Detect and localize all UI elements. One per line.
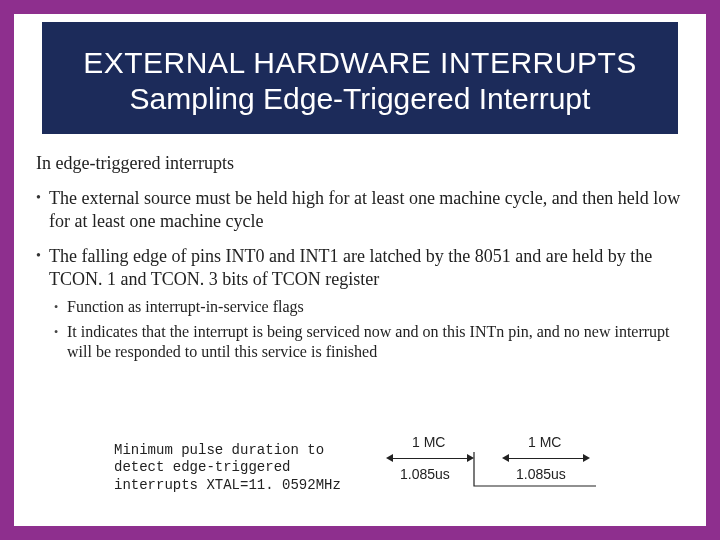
- subbullet-2: • It indicates that the interrupt is bei…: [54, 322, 684, 363]
- subbullet-dot-icon: •: [54, 322, 67, 363]
- timing-diagram: Minimum pulse duration to detect edge-tr…: [114, 434, 684, 502]
- bullet-2-text: The falling edge of pins INT0 and INT1 a…: [49, 245, 684, 291]
- subbullet-1: • Function as interrupt-in-service flags: [54, 297, 684, 317]
- title-line-2: Sampling Edge-Triggered Interrupt: [130, 82, 591, 116]
- subbullets: • Function as interrupt-in-service flags…: [54, 297, 684, 362]
- bullet-1-text: The external source must be held high fo…: [49, 187, 684, 233]
- title-line-1: EXTERNAL HARDWARE INTERRUPTS: [83, 46, 637, 80]
- subbullet-dot-icon: •: [54, 297, 67, 317]
- bullet-2: • The falling edge of pins INT0 and INT1…: [36, 245, 684, 291]
- diagram-caption-l3: interrupts XTAL=11. 0592MHz: [114, 477, 354, 495]
- bullet-dot-icon: •: [36, 187, 49, 233]
- subbullet-1-text: Function as interrupt-in-service flags: [67, 297, 684, 317]
- content-area: In edge-triggered interrupts • The exter…: [36, 152, 684, 367]
- bullet-dot-icon: •: [36, 245, 49, 291]
- subbullet-2-text: It indicates that the interrupt is being…: [67, 322, 684, 363]
- diagram-caption: Minimum pulse duration to detect edge-tr…: [114, 442, 354, 495]
- intro-text: In edge-triggered interrupts: [36, 152, 684, 175]
- bullet-1: • The external source must be held high …: [36, 187, 684, 233]
- slide-frame: EXTERNAL HARDWARE INTERRUPTS Sampling Ed…: [0, 0, 720, 540]
- diagram-caption-l1: Minimum pulse duration to: [114, 442, 354, 460]
- pulse-waveform-area: 1 MC 1.085us 1 MC 1.085us: [378, 434, 684, 502]
- diagram-caption-l2: detect edge-triggered: [114, 459, 354, 477]
- title-block: EXTERNAL HARDWARE INTERRUPTS Sampling Ed…: [42, 22, 678, 134]
- pulse-waveform-icon: [378, 434, 638, 502]
